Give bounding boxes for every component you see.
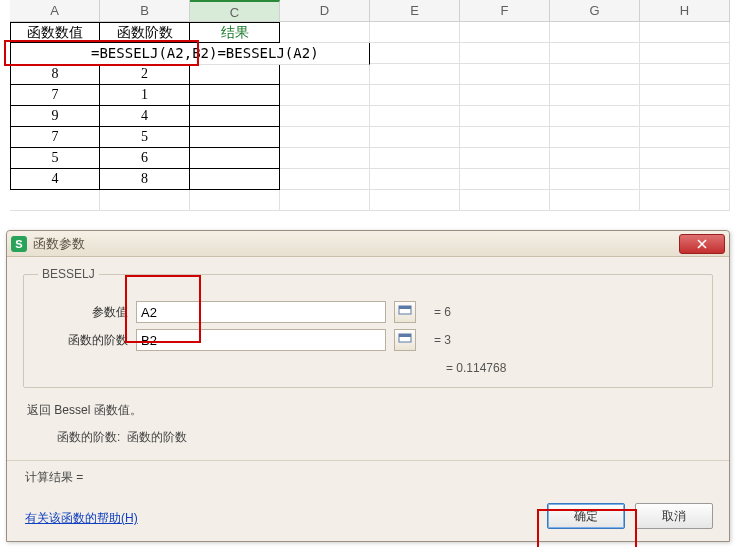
dialog-titlebar[interactable]: S 函数参数 — [7, 231, 729, 257]
cell-e2[interactable] — [370, 43, 460, 64]
cell-b1[interactable]: 函数阶数 — [100, 22, 190, 43]
formula-edit-overlay[interactable]: =BESSELJ(A2,B2)=BESSELJ(A2) — [10, 43, 370, 65]
cell-h2[interactable] — [640, 43, 730, 64]
cell-d1[interactable] — [280, 22, 370, 43]
param-eval-value: = 6 — [434, 305, 451, 319]
cell-a5[interactable]: 9 — [10, 106, 100, 127]
svg-rect-3 — [399, 334, 411, 337]
close-button[interactable] — [679, 234, 725, 254]
col-header-h[interactable]: H — [640, 0, 730, 22]
param-label-value: 参数值 — [38, 304, 128, 321]
col-header-c[interactable]: C — [190, 0, 280, 22]
cell-a8[interactable]: 4 — [10, 169, 100, 190]
function-description: 返回 Bessel 函数值。 — [27, 402, 713, 419]
param-input-value[interactable] — [136, 301, 386, 323]
cell-f1[interactable] — [460, 22, 550, 43]
cell-c6[interactable] — [190, 127, 280, 148]
cell-b3[interactable]: 2 — [100, 64, 190, 85]
spreadsheet: A B C D E F G H 函数数值 函数阶数 结果 — [0, 0, 736, 211]
function-name: BESSELJ — [38, 267, 99, 281]
cell-g2[interactable] — [550, 43, 640, 64]
param-row-value: 参数值 = 6 — [38, 301, 698, 323]
cell-a3[interactable]: 8 — [10, 64, 100, 85]
dialog-title: 函数参数 — [33, 235, 679, 253]
col-header-d[interactable]: D — [280, 0, 370, 22]
param-input-order[interactable] — [136, 329, 386, 351]
cell-c3[interactable] — [190, 64, 280, 85]
cell-c1[interactable]: 结果 — [190, 22, 280, 43]
col-header-b[interactable]: B — [100, 0, 190, 22]
app-icon: S — [11, 236, 27, 252]
cell-a7[interactable]: 5 — [10, 148, 100, 169]
cell-b5[interactable]: 4 — [100, 106, 190, 127]
col-header-e[interactable]: E — [370, 0, 460, 22]
cell-a6[interactable]: 7 — [10, 127, 100, 148]
col-header-f[interactable]: F — [460, 0, 550, 22]
range-picker-order[interactable] — [394, 329, 416, 351]
help-link[interactable]: 有关该函数的帮助(H) — [25, 510, 138, 527]
column-headers: A B C D E F G H — [0, 0, 736, 22]
param-row-order: 函数的阶数 = 3 — [38, 329, 698, 351]
range-picker-icon — [398, 305, 412, 319]
function-group: BESSELJ 参数值 = 6 函数的阶数 = 3 = 0.114768 — [23, 267, 713, 388]
param-eval-order: = 3 — [434, 333, 451, 347]
cell-h1[interactable] — [640, 22, 730, 43]
cell-c8[interactable] — [190, 169, 280, 190]
cell-b7[interactable]: 6 — [100, 148, 190, 169]
cell-c5[interactable] — [190, 106, 280, 127]
ok-button[interactable]: 确定 — [547, 503, 625, 529]
cell-c7[interactable] — [190, 148, 280, 169]
cell-g1[interactable] — [550, 22, 640, 43]
cell-e1[interactable] — [370, 22, 460, 43]
cell-b4[interactable]: 1 — [100, 85, 190, 106]
range-picker-icon — [398, 333, 412, 347]
cancel-button[interactable]: 取消 — [635, 503, 713, 529]
param-description: 函数的阶数: 函数的阶数 — [57, 429, 713, 446]
cell-b6[interactable]: 5 — [100, 127, 190, 148]
function-arguments-dialog: S 函数参数 BESSELJ 参数值 = 6 函数的阶数 = 3 — [6, 230, 730, 542]
close-icon — [697, 239, 707, 249]
range-picker-value[interactable] — [394, 301, 416, 323]
col-header-a[interactable]: A — [10, 0, 100, 22]
param-label-order: 函数的阶数 — [38, 332, 128, 349]
cell-a4[interactable]: 7 — [10, 85, 100, 106]
result-preview: = 0.114768 — [446, 361, 698, 375]
col-header-g[interactable]: G — [550, 0, 640, 22]
svg-rect-1 — [399, 306, 411, 309]
cell-b8[interactable]: 8 — [100, 169, 190, 190]
cell-c4[interactable] — [190, 85, 280, 106]
calc-result-label: 计算结果 = — [25, 469, 83, 486]
cell-a1[interactable]: 函数数值 — [10, 22, 100, 43]
cell-f2[interactable] — [460, 43, 550, 64]
